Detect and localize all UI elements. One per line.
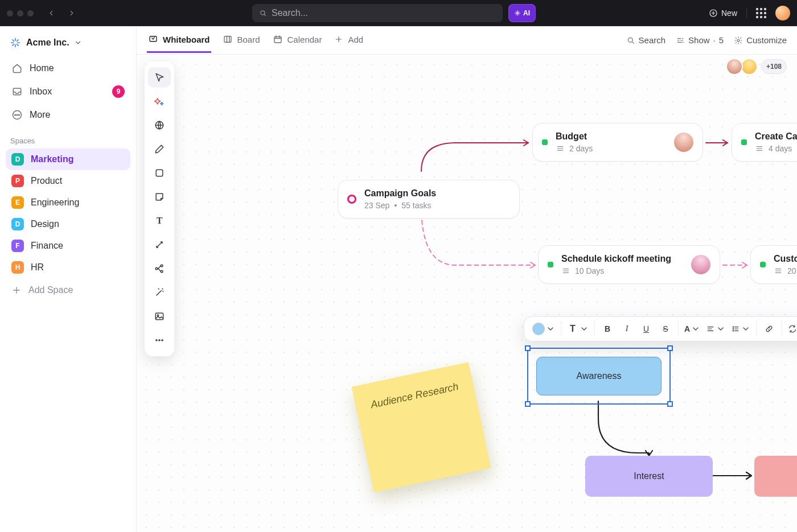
flow-node-awareness[interactable]: Awareness <box>536 357 662 395</box>
tool-text[interactable]: T <box>148 211 171 231</box>
tool-ai-generate[interactable] <box>148 91 171 112</box>
tool-mindmap[interactable] <box>148 258 171 279</box>
image-icon <box>154 311 165 322</box>
add-view-button[interactable]: Add <box>333 28 364 53</box>
calendar-icon <box>273 34 283 44</box>
ai-button[interactable]: AI <box>508 4 536 22</box>
tab-whiteboard[interactable]: Whiteboard <box>147 27 211 53</box>
flow-node-interest[interactable]: Interest <box>585 456 713 497</box>
chevron-down-icon <box>741 324 750 333</box>
space-item-engineering[interactable]: E Engineering <box>6 192 130 213</box>
current-user-avatar[interactable] <box>775 6 790 20</box>
svg-point-10 <box>737 39 740 42</box>
svg-point-0 <box>261 11 265 15</box>
card-create-campaign[interactable]: Create Campaign 4 days <box>732 123 797 162</box>
align-button[interactable] <box>704 319 728 339</box>
space-item-product[interactable]: P Product <box>6 170 130 192</box>
text-color-icon: A <box>684 324 690 333</box>
space-item-marketing[interactable]: D Marketing <box>6 149 130 170</box>
history-back-button[interactable] <box>44 6 59 20</box>
italic-icon: I <box>626 324 628 333</box>
chevron-down-icon <box>580 324 589 333</box>
text-icon: T <box>154 215 165 226</box>
link-button[interactable] <box>760 319 778 339</box>
status-dot-icon <box>542 139 548 145</box>
tab-calendar[interactable]: Calendar <box>272 27 323 53</box>
new-button[interactable]: New <box>709 9 737 18</box>
card-customer-beta[interactable]: Customer Beta 20 days <box>750 245 797 284</box>
presence-avatar[interactable] <box>741 58 758 75</box>
list-button[interactable] <box>729 319 753 339</box>
space-item-design[interactable]: D Design <box>6 213 130 235</box>
pen-icon <box>154 143 165 155</box>
list-icon <box>774 266 783 275</box>
svg-rect-8 <box>274 37 281 43</box>
chevron-down-icon <box>716 324 725 333</box>
svg-rect-16 <box>155 313 163 320</box>
bold-button[interactable]: B <box>598 319 617 339</box>
sidebar-item-inbox[interactable]: Inbox 9 <box>6 80 130 104</box>
tool-web-embed[interactable] <box>148 115 171 135</box>
fill-color-button[interactable] <box>530 319 557 339</box>
gear-icon <box>734 36 743 45</box>
tool-connector[interactable] <box>148 234 171 255</box>
card-schedule-kickoff[interactable]: Schedule kickoff meeting 10 Days <box>538 245 720 284</box>
assignee-avatar[interactable] <box>691 255 710 274</box>
history-forward-button[interactable] <box>64 6 79 20</box>
add-space-button[interactable]: Add Space <box>6 278 130 302</box>
plus-icon <box>11 285 22 295</box>
view-customize-button[interactable]: Customize <box>734 35 787 45</box>
sidebar-item-more[interactable]: More <box>6 104 130 126</box>
workspace-switcher[interactable]: Acme Inc. <box>6 32 130 57</box>
global-search[interactable]: Search... <box>252 4 503 22</box>
svg-point-5 <box>19 114 20 116</box>
list-icon <box>561 266 570 275</box>
whiteboard-canvas[interactable]: T <box>137 55 797 532</box>
font-size-button[interactable]: T <box>565 319 591 339</box>
global-search-placeholder: Search... <box>272 8 308 18</box>
tool-select[interactable] <box>148 67 171 88</box>
flow-node-decision[interactable]: Decision <box>754 456 797 497</box>
tool-sticky[interactable] <box>148 187 171 207</box>
sliders-icon <box>676 36 685 45</box>
space-chip: F <box>11 240 24 252</box>
presence-avatar[interactable] <box>726 58 743 75</box>
tool-magic[interactable] <box>148 282 171 303</box>
convert-to-task-button[interactable]: Task <box>786 319 797 339</box>
tool-shape[interactable] <box>148 163 171 183</box>
svg-point-18 <box>156 340 157 341</box>
card-budget[interactable]: Budget 2 days <box>532 123 703 162</box>
square-icon <box>154 167 165 179</box>
presence-stack[interactable]: +108 <box>726 58 787 75</box>
selection-frame[interactable]: Awareness <box>527 348 671 405</box>
plus-icon <box>334 35 343 44</box>
view-search-button[interactable]: Search <box>626 35 666 45</box>
space-item-hr[interactable]: H HR <box>6 257 130 278</box>
svg-point-22 <box>733 328 733 329</box>
sticky-note[interactable]: Audience Research <box>352 362 491 493</box>
italic-button[interactable]: I <box>618 319 636 339</box>
space-item-finance[interactable]: F Finance <box>6 235 130 257</box>
text-color-button[interactable]: A <box>682 319 702 339</box>
assignee-avatar[interactable] <box>674 133 693 152</box>
tool-more[interactable] <box>148 330 171 350</box>
underline-button[interactable]: U <box>637 319 655 339</box>
svg-point-9 <box>628 38 632 42</box>
link-icon <box>765 324 774 333</box>
svg-point-20 <box>162 340 163 341</box>
presence-overflow[interactable]: +108 <box>761 59 787 74</box>
svg-point-23 <box>733 331 733 331</box>
view-show-button[interactable]: Show · 5 <box>676 35 724 45</box>
svg-point-4 <box>17 114 18 116</box>
tool-pen[interactable] <box>148 139 171 159</box>
tool-image[interactable] <box>148 306 171 327</box>
tab-board[interactable]: Board <box>221 27 261 53</box>
app-launcher-icon[interactable] <box>756 8 766 18</box>
list-icon <box>755 144 764 153</box>
sidebar-item-home[interactable]: Home <box>6 57 130 80</box>
window-traffic-lights <box>7 10 34 17</box>
strike-button[interactable]: S <box>656 319 675 339</box>
cursor-icon <box>154 72 165 83</box>
space-chip: D <box>11 153 24 166</box>
card-campaign-goals[interactable]: Campaign Goals 23 Sep • 55 tasks <box>338 180 520 218</box>
